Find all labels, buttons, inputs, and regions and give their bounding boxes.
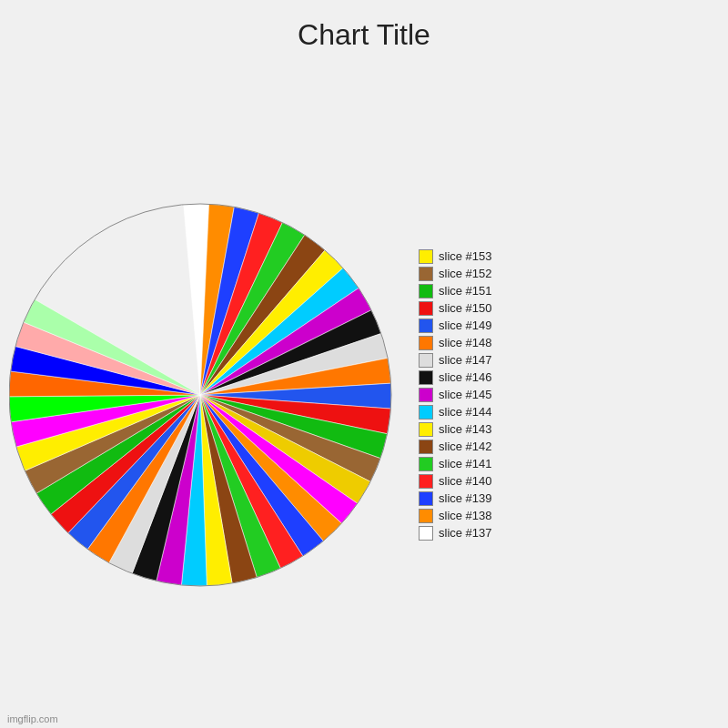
legend-item: slice #149 — [419, 318, 719, 333]
legend-label: slice #143 — [439, 422, 492, 436]
legend-color-box — [419, 370, 433, 385]
legend-color-box — [419, 249, 433, 264]
legend-color-box — [419, 388, 433, 402]
legend-item: slice #144 — [419, 405, 719, 420]
legend-label: slice #140 — [439, 474, 492, 488]
legend-color-box — [419, 440, 433, 454]
legend-label: slice #145 — [439, 388, 492, 401]
legend-color-box — [419, 474, 433, 489]
legend-label: slice #139 — [439, 491, 492, 505]
legend-label: slice #138 — [439, 509, 492, 522]
legend-item: slice #152 — [419, 267, 719, 281]
legend-color-box — [419, 353, 433, 368]
legend-label: slice #146 — [439, 370, 492, 384]
legend-item: slice #153 — [419, 249, 719, 264]
legend-color-box — [419, 318, 433, 333]
legend-item: slice #145 — [419, 388, 719, 402]
chart-title: Chart Title — [298, 18, 430, 52]
chart-area: slice #153slice #152slice #151slice #150… — [0, 61, 728, 728]
legend-item: slice #151 — [419, 284, 719, 298]
legend-item: slice #148 — [419, 336, 719, 350]
legend-color-box — [419, 405, 433, 420]
legend-color-box — [419, 491, 433, 506]
legend-color-box — [419, 457, 433, 471]
legend-label: slice #149 — [439, 318, 492, 332]
legend-item: slice #140 — [419, 474, 719, 489]
legend-label: slice #144 — [439, 405, 492, 419]
legend-label: slice #148 — [439, 336, 492, 349]
legend-label: slice #153 — [439, 249, 492, 263]
legend-color-box — [419, 267, 433, 281]
legend-color-box — [419, 301, 433, 316]
legend-label: slice #150 — [439, 301, 492, 315]
pie-chart — [9, 177, 410, 595]
legend-color-box — [419, 284, 433, 298]
legend-color-box — [419, 526, 433, 541]
legend-item: slice #147 — [419, 353, 719, 368]
chart-container: Chart Title slice #153slice #152slice #1… — [0, 0, 728, 728]
legend-label: slice #141 — [439, 457, 492, 470]
imgflip-watermark: imgflip.com — [7, 713, 58, 724]
legend-item: slice #143 — [419, 422, 719, 437]
legend-label: slice #142 — [439, 440, 492, 453]
legend-label: slice #147 — [439, 353, 492, 367]
legend-item: slice #146 — [419, 370, 719, 385]
legend-item: slice #141 — [419, 457, 719, 471]
legend-label: slice #151 — [439, 284, 492, 298]
legend-color-box — [419, 336, 433, 350]
legend-item: slice #150 — [419, 301, 719, 316]
legend-color-box — [419, 509, 433, 523]
legend-item: slice #137 — [419, 526, 719, 541]
legend-item: slice #138 — [419, 509, 719, 523]
legend: slice #153slice #152slice #151slice #150… — [410, 231, 719, 541]
legend-label: slice #137 — [439, 526, 492, 540]
legend-color-box — [419, 422, 433, 437]
legend-item: slice #139 — [419, 491, 719, 506]
legend-label: slice #152 — [439, 267, 492, 280]
legend-item: slice #142 — [419, 440, 719, 454]
